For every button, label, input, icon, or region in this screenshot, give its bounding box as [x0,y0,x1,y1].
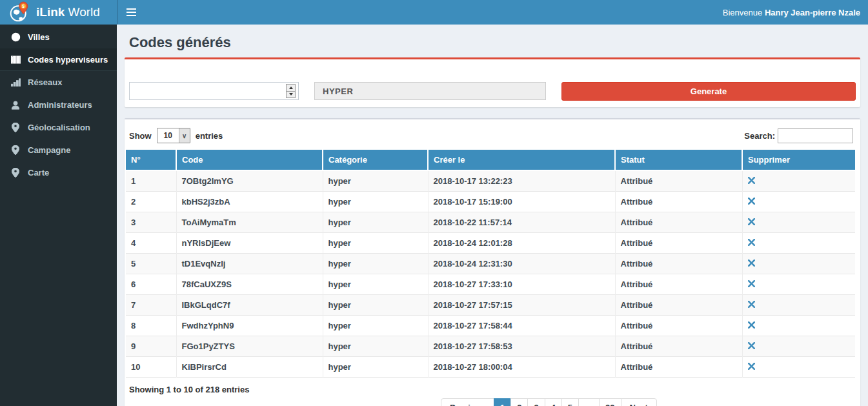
cell-num: 1 [126,170,176,192]
spinner-down-icon[interactable] [287,91,295,98]
column-header: N° [126,150,176,170]
page-title: Codes générés [129,34,860,51]
table-row: 17OBtg2ImYGhyper2018-10-17 13:22:23Attri… [126,170,855,192]
cell-category: hyper [323,316,428,336]
column-header: Créer le [428,150,615,170]
cell-delete [742,254,855,274]
sidebar-item-reseaux[interactable]: Réseaux [0,71,117,94]
cell-num: 6 [126,274,176,295]
table-row: 8FwdhzYphN9hyper2018-10-27 17:58:44Attri… [126,316,855,336]
globe-icon [10,32,21,42]
page-22[interactable]: 22 [599,398,621,406]
cell-num: 10 [126,357,176,378]
cell-created: 2018-10-24 12:31:30 [428,254,615,274]
table-row: 2kbHS2j3zbAhyper2018-10-17 15:19:00Attri… [126,192,855,212]
delete-icon[interactable] [748,198,755,205]
delete-icon[interactable] [748,177,755,184]
cell-status: Attribué [615,233,742,254]
column-header: Statut [615,150,742,170]
cell-created: 2018-10-22 11:57:14 [428,212,615,233]
cell-num: 7 [126,295,176,316]
column-header: Supprimer [742,150,855,170]
cell-status: Attribué [615,316,742,336]
cell-created: 2018-10-17 15:19:00 [428,192,615,212]
signal-icon [10,78,21,86]
page-1[interactable]: 1 [494,398,511,406]
cell-status: Attribué [615,170,742,192]
sidebar-item-label: Villes [28,32,50,42]
main-header: $ iLink World Bienvenue Hanry Jean-pierr… [0,0,868,25]
cell-code: nYRIsDjEew [176,233,323,254]
page-previous: Previous [441,398,494,406]
pagination: Previous12345…22Next [441,398,855,406]
cell-delete [742,192,855,212]
table-row: 4nYRIsDjEewhyper2018-10-24 12:01:28Attri… [126,233,855,254]
page-4[interactable]: 4 [545,398,562,406]
page-length-value: 10 [157,131,179,140]
cell-created: 2018-10-27 18:00:04 [428,357,615,378]
page-3[interactable]: 3 [527,398,545,406]
sidebar-item-codes-hyperviseurs[interactable]: Codes hyperviseurs [0,48,117,71]
delete-icon[interactable] [748,301,755,308]
cell-delete [742,170,855,192]
sidebar-item-administrateurs[interactable]: Administrateurs [0,94,117,116]
delete-icon[interactable] [748,218,755,225]
delete-icon[interactable] [748,239,755,246]
sidebar-nav: VillesCodes hyperviseursRéseauxAdministr… [0,25,117,406]
delete-icon[interactable] [748,280,755,287]
cell-delete [742,233,855,254]
cell-code: ToAiMymaTm [176,212,323,233]
table-row: 5tD1EvqNzIjhyper2018-10-24 12:31:30Attri… [126,254,855,274]
cell-status: Attribué [615,357,742,378]
cell-num: 3 [126,212,176,233]
cell-delete [742,316,855,336]
cell-status: Attribué [615,336,742,357]
cell-code: KiBPirsrCd [176,357,323,378]
sidebar-item-label: Campagne [28,145,70,155]
page-next[interactable]: Next [621,398,657,406]
cell-category: hyper [323,357,428,378]
content-area: Codes générés Generate Show 10 ∨ entries… [117,25,868,406]
cell-created: 2018-10-27 17:57:15 [428,295,615,316]
cell-code: IBkGLqdC7f [176,295,323,316]
page-5[interactable]: 5 [561,398,579,406]
cell-category: hyper [323,192,428,212]
page-length-select[interactable]: 10 ∨ [157,128,190,143]
spinner-up-icon[interactable] [287,85,295,91]
cell-category: hyper [323,336,428,357]
delete-icon[interactable] [748,259,755,267]
delete-icon[interactable] [748,363,755,370]
sidebar-item-carte[interactable]: Carte [0,161,117,184]
chevron-down-icon: ∨ [179,128,190,143]
cell-category: hyper [323,233,428,254]
show-label: Show [129,131,152,141]
globe-pin-logo-icon: $ [9,1,30,23]
delete-icon[interactable] [748,321,755,329]
quantity-input[interactable] [129,82,299,100]
page-ellipsis[interactable]: … [578,398,600,406]
cell-delete [742,357,855,378]
search-input[interactable] [778,128,853,143]
column-header: Code [176,150,323,170]
sidebar-toggle-icon[interactable] [118,0,144,25]
delete-icon[interactable] [748,342,755,349]
page-2[interactable]: 2 [510,398,528,406]
barcode-icon [10,56,21,64]
number-spinner[interactable] [286,84,296,98]
table-row: 7IBkGLqdC7fhyper2018-10-27 17:57:15Attri… [126,295,855,316]
generate-button[interactable]: Generate [561,82,856,101]
cell-code: 78fCaUXZ9S [176,274,323,295]
sidebar-item-geolocalisation[interactable]: Géolocalisation [0,116,117,139]
search-label: Search: [744,131,775,141]
top-navbar: Bienvenue Hanry Jean-pierre Nzale [117,0,868,25]
cell-status: Attribué [615,192,742,212]
table-row: 3ToAiMymaTmhyper2018-10-22 11:57:14Attri… [126,212,855,233]
brand-logo[interactable]: $ iLink World [0,0,117,25]
sidebar-item-campagne[interactable]: Campagne [0,139,117,161]
cell-delete [742,295,855,316]
cell-category: hyper [323,254,428,274]
codes-table: N°CodeCatégorieCréer leStatutSupprimer 1… [126,150,855,378]
sidebar-item-villes[interactable]: Villes [0,26,117,48]
cell-category: hyper [323,295,428,316]
cell-created: 2018-10-24 12:01:28 [428,233,615,254]
